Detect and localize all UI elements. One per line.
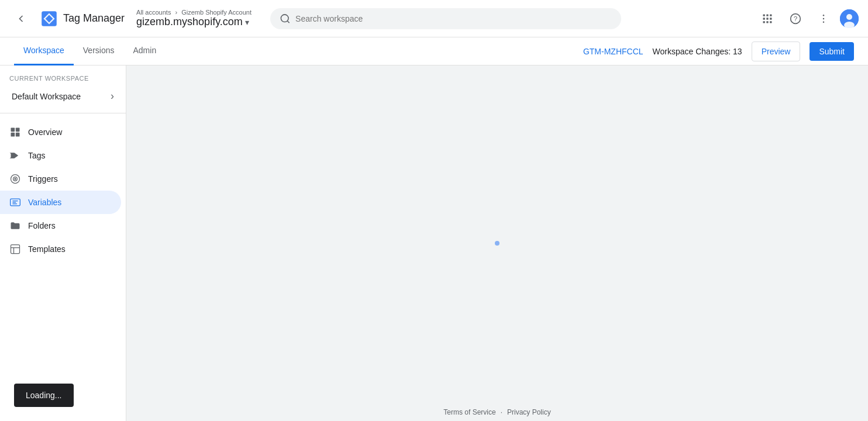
workspace-selector[interactable]: Default Workspace › bbox=[2, 84, 123, 108]
footer-separator: · bbox=[501, 408, 502, 416]
apps-button[interactable] bbox=[756, 7, 779, 30]
svg-rect-12 bbox=[766, 21, 768, 23]
spinner-dot bbox=[495, 241, 500, 246]
svg-point-3 bbox=[281, 14, 288, 22]
templates-icon bbox=[9, 243, 21, 255]
svg-rect-30 bbox=[11, 245, 20, 254]
sidebar: CURRENT WORKSPACE Default Workspace › Ov… bbox=[0, 65, 126, 421]
svg-line-4 bbox=[287, 20, 289, 22]
breadcrumb-top: All accounts › Gizemb Shopify Account bbox=[136, 9, 252, 16]
svg-rect-23 bbox=[16, 128, 20, 132]
sub-nav-right: GTM-MZHFCCL Workspace Changes: 13 Previe… bbox=[583, 42, 854, 61]
terms-of-service-link[interactable]: Terms of Service bbox=[443, 408, 495, 416]
gtm-id[interactable]: GTM-MZHFCCL bbox=[583, 47, 643, 56]
workspace-chevron-icon: › bbox=[111, 90, 114, 102]
loading-toast: Loading... bbox=[14, 384, 74, 407]
more-vert-icon bbox=[818, 13, 829, 25]
content-area: Terms of Service · Privacy Policy bbox=[126, 65, 868, 421]
sidebar-divider bbox=[0, 113, 126, 113]
svg-rect-7 bbox=[770, 14, 771, 16]
svg-point-28 bbox=[14, 178, 16, 180]
triggers-icon bbox=[9, 173, 21, 185]
sidebar-item-variables[interactable]: Variables bbox=[0, 191, 121, 214]
current-workspace-label: CURRENT WORKSPACE bbox=[0, 70, 126, 84]
tab-admin[interactable]: Admin bbox=[123, 37, 166, 65]
sub-nav-tabs: Workspace Versions Admin bbox=[14, 37, 166, 65]
account-url: gizemb.myshopify.com bbox=[136, 16, 243, 28]
search-input[interactable] bbox=[295, 14, 612, 23]
workspace-name: Default Workspace bbox=[12, 92, 111, 101]
svg-rect-9 bbox=[766, 18, 768, 19]
folders-icon bbox=[9, 220, 21, 232]
sidebar-item-folders[interactable]: Folders bbox=[0, 214, 121, 237]
sidebar-item-overview[interactable]: Overview bbox=[0, 120, 121, 144]
help-button[interactable]: ? bbox=[784, 7, 807, 30]
svg-rect-10 bbox=[770, 18, 771, 19]
back-button[interactable] bbox=[9, 7, 33, 30]
sidebar-item-triggers-label: Triggers bbox=[28, 174, 58, 184]
workspace-changes: Workspace Changes: 13 bbox=[653, 47, 742, 56]
tab-workspace[interactable]: Workspace bbox=[14, 37, 74, 65]
svg-rect-25 bbox=[16, 133, 20, 137]
svg-point-20 bbox=[846, 14, 852, 20]
account-name: Gizemb Shopify Account bbox=[181, 9, 252, 16]
top-header: Tag Manager All accounts › Gizemb Shopif… bbox=[0, 0, 868, 37]
svg-rect-8 bbox=[763, 18, 765, 19]
svg-point-16 bbox=[823, 14, 825, 16]
tag-manager-logo bbox=[40, 9, 58, 28]
privacy-policy-link[interactable]: Privacy Policy bbox=[507, 408, 551, 416]
sub-nav: Workspace Versions Admin GTM-MZHFCCL Wor… bbox=[0, 37, 868, 65]
tags-icon bbox=[9, 150, 21, 161]
svg-rect-5 bbox=[763, 14, 765, 16]
svg-point-17 bbox=[823, 18, 825, 19]
sidebar-item-tags[interactable]: Tags bbox=[0, 144, 121, 167]
main-layout: CURRENT WORKSPACE Default Workspace › Ov… bbox=[0, 65, 868, 421]
svg-point-18 bbox=[823, 21, 825, 23]
logo-area: Tag Manager bbox=[40, 9, 125, 28]
breadcrumb-sep: › bbox=[175, 9, 177, 16]
variables-icon bbox=[9, 196, 21, 208]
loading-area bbox=[495, 241, 500, 246]
sidebar-item-variables-label: Variables bbox=[28, 198, 61, 207]
dropdown-arrow-icon: ▾ bbox=[245, 18, 249, 27]
preview-button[interactable]: Preview bbox=[752, 42, 801, 61]
all-accounts-link[interactable]: All accounts bbox=[136, 9, 171, 16]
svg-rect-22 bbox=[11, 128, 15, 132]
avatar[interactable] bbox=[840, 9, 859, 28]
header-actions: ? bbox=[756, 7, 859, 30]
sidebar-item-overview-label: Overview bbox=[28, 127, 62, 137]
loading-label: Loading... bbox=[26, 391, 62, 400]
avatar-icon bbox=[840, 9, 859, 28]
sidebar-item-tags-label: Tags bbox=[28, 151, 46, 160]
svg-text:?: ? bbox=[794, 15, 798, 22]
search-bar[interactable] bbox=[270, 8, 621, 29]
sidebar-item-templates[interactable]: Templates bbox=[0, 237, 121, 261]
app-title: Tag Manager bbox=[63, 12, 125, 25]
svg-marker-26 bbox=[11, 153, 18, 158]
sidebar-item-folders-label: Folders bbox=[28, 221, 56, 230]
search-icon bbox=[280, 13, 291, 25]
apps-icon bbox=[762, 13, 773, 25]
tab-versions[interactable]: Versions bbox=[74, 37, 124, 65]
breadcrumb: All accounts › Gizemb Shopify Account gi… bbox=[136, 9, 252, 28]
help-icon: ? bbox=[790, 13, 801, 25]
footer: Terms of Service · Privacy Policy bbox=[126, 403, 868, 421]
more-options-button[interactable] bbox=[812, 7, 835, 30]
svg-rect-13 bbox=[770, 21, 771, 23]
overview-icon bbox=[9, 126, 21, 138]
svg-rect-6 bbox=[766, 14, 768, 16]
submit-button[interactable]: Submit bbox=[810, 42, 854, 61]
svg-rect-24 bbox=[11, 133, 15, 137]
sidebar-nav: Overview Tags bbox=[0, 118, 126, 263]
svg-rect-11 bbox=[763, 21, 765, 23]
sidebar-item-templates-label: Templates bbox=[28, 244, 66, 254]
account-selector[interactable]: gizemb.myshopify.com ▾ bbox=[136, 16, 252, 28]
sidebar-item-triggers[interactable]: Triggers bbox=[0, 167, 121, 191]
